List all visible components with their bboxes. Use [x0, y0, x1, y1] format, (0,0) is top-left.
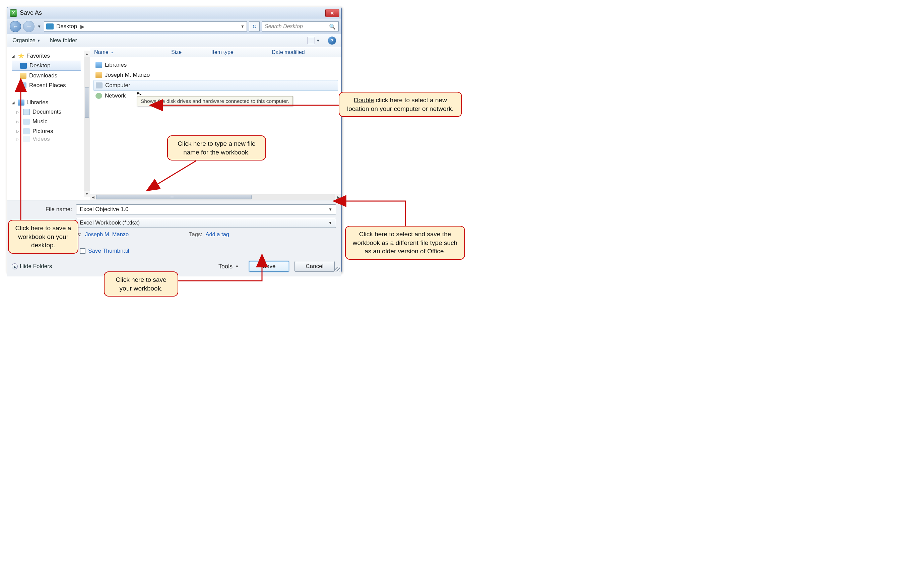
- forward-button[interactable]: →: [23, 21, 35, 32]
- titlebar: X Save As ✕: [7, 7, 342, 19]
- address-dropdown-icon[interactable]: ▼: [241, 24, 245, 29]
- window-title: Save As: [20, 9, 42, 16]
- refresh-button[interactable]: ↻: [249, 21, 260, 32]
- filename-label: File name:: [13, 206, 76, 213]
- callout-save: Click here to save your workbook.: [104, 271, 178, 296]
- savetype-dropdown[interactable]: Excel Workbook (*.xlsx) ▼: [76, 218, 336, 228]
- star-icon: [18, 53, 24, 59]
- desktop-icon: [20, 63, 27, 69]
- address-text: Desktop: [56, 23, 77, 30]
- column-headers: Name ▲ Size Item type Date modified: [90, 47, 342, 57]
- chevron-down-icon: ▼: [235, 264, 239, 268]
- view-options-dropdown[interactable]: ▼: [316, 39, 320, 43]
- callout-savetype: Click here to select and save the workbo…: [345, 226, 465, 260]
- address-bar[interactable]: Desktop ▶ ▼: [44, 21, 247, 32]
- collapse-icon: [12, 101, 16, 105]
- expand-icon: [16, 120, 20, 124]
- refresh-icon: ↻: [252, 24, 257, 30]
- file-list: Libraries Joseph M. Manzo Computer Netwo…: [90, 57, 342, 194]
- sort-ascending-icon: ▲: [110, 50, 114, 54]
- collapse-up-icon: ▲: [12, 263, 18, 270]
- desktop-icon: [46, 24, 54, 30]
- expand-icon: [16, 129, 20, 134]
- file-list-pane: Name ▲ Size Item type Date modified Libr…: [90, 47, 342, 200]
- chevron-down-icon: ▼: [37, 39, 41, 43]
- sidebar-item-recent-places[interactable]: Recent Places: [12, 81, 81, 90]
- scroll-thumb[interactable]: [85, 87, 89, 118]
- hide-folders-button[interactable]: ▲ Hide Folders: [12, 263, 52, 270]
- tools-button[interactable]: Tools ▼: [219, 263, 239, 270]
- toolbar: Organize ▼ New folder ▼ ?: [7, 34, 342, 47]
- user-folder-icon: [96, 72, 102, 78]
- scroll-left-icon[interactable]: ◀: [90, 194, 96, 200]
- view-options-icon[interactable]: [307, 37, 315, 44]
- libraries-icon: [18, 99, 24, 106]
- close-icon: ✕: [331, 10, 334, 16]
- network-icon: [96, 93, 102, 99]
- sidebar-item-pictures[interactable]: Pictures: [12, 127, 81, 136]
- column-header-size[interactable]: Size: [167, 49, 208, 55]
- libraries-icon: [96, 62, 102, 68]
- callout-filename: Click here to type a new file name for t…: [167, 136, 266, 161]
- libraries-group[interactable]: Libraries: [12, 99, 84, 106]
- sidebar-item-desktop[interactable]: Desktop: [12, 61, 81, 71]
- help-button[interactable]: ?: [328, 36, 336, 44]
- back-button[interactable]: ←: [10, 21, 21, 32]
- folder-icon: [20, 73, 27, 79]
- close-button[interactable]: ✕: [325, 9, 339, 17]
- sidebar-item-downloads[interactable]: Downloads: [12, 71, 81, 80]
- tags-field[interactable]: Tags: Add a tag: [189, 231, 229, 238]
- pictures-icon: [23, 128, 30, 134]
- expand-icon: [16, 110, 20, 114]
- search-input[interactable]: Search Desktop 🔍: [262, 21, 339, 32]
- dropdown-icon[interactable]: ▼: [328, 207, 332, 212]
- search-placeholder: Search Desktop: [264, 24, 329, 30]
- sidebar-item-music[interactable]: Music: [12, 117, 81, 126]
- main-area: Favorites Desktop Downloads Recent Place…: [7, 47, 342, 200]
- documents-icon: [23, 109, 30, 115]
- column-header-date[interactable]: Date modified: [268, 49, 342, 55]
- filename-input[interactable]: Excel Objecitve 1.0 ▼: [76, 204, 336, 214]
- resize-grip-icon[interactable]: [335, 267, 340, 271]
- save-thumbnail-checkbox[interactable]: Save Thumbnail: [80, 248, 336, 254]
- column-header-type[interactable]: Item type: [208, 49, 268, 55]
- favorites-group[interactable]: Favorites: [12, 53, 84, 59]
- search-icon: 🔍: [329, 24, 336, 30]
- music-icon: [23, 118, 30, 125]
- recent-places-icon: [20, 82, 27, 88]
- history-dropdown[interactable]: ▼: [36, 24, 42, 29]
- column-header-name[interactable]: Name ▲: [90, 49, 167, 55]
- tooltip: Shows the disk drives and hardware conne…: [137, 96, 293, 106]
- callout-computer: Double click here to select a new locati…: [339, 92, 462, 117]
- breadcrumb-arrow-icon[interactable]: ▶: [80, 24, 84, 30]
- new-folder-button[interactable]: New folder: [50, 37, 77, 44]
- scroll-right-icon[interactable]: ▶: [335, 194, 342, 200]
- horizontal-scrollbar[interactable]: ◀ ▶: [90, 194, 342, 200]
- collapse-icon: [12, 54, 16, 58]
- cancel-button[interactable]: Cancel: [294, 261, 335, 272]
- navigation-sidebar: Favorites Desktop Downloads Recent Place…: [7, 47, 90, 200]
- scroll-up-icon[interactable]: ▲: [84, 50, 90, 57]
- file-item-user[interactable]: Joseph M. Manzo: [93, 70, 338, 80]
- dropdown-icon[interactable]: ▼: [328, 221, 332, 225]
- excel-icon: X: [10, 9, 17, 17]
- save-button[interactable]: Save: [249, 261, 289, 272]
- computer-icon: [96, 82, 102, 88]
- scroll-down-icon[interactable]: ▼: [84, 191, 90, 197]
- sidebar-item-documents[interactable]: Documents: [12, 107, 81, 117]
- videos-icon: [23, 136, 30, 142]
- scroll-thumb[interactable]: [96, 195, 252, 199]
- sidebar-item-videos[interactable]: Videos: [12, 136, 81, 142]
- file-item-libraries[interactable]: Libraries: [93, 60, 338, 70]
- sidebar-scrollbar[interactable]: ▲ ▼: [84, 50, 90, 197]
- callout-desktop: Click here to save a workbook on your de…: [8, 220, 79, 254]
- organize-button[interactable]: Organize ▼: [13, 37, 41, 44]
- file-item-computer[interactable]: Computer: [93, 80, 338, 91]
- navigation-bar: ← → ▼ Desktop ▶ ▼ ↻ Search Desktop 🔍: [7, 19, 342, 34]
- expand-icon: [16, 137, 20, 141]
- checkbox-icon: [80, 248, 85, 254]
